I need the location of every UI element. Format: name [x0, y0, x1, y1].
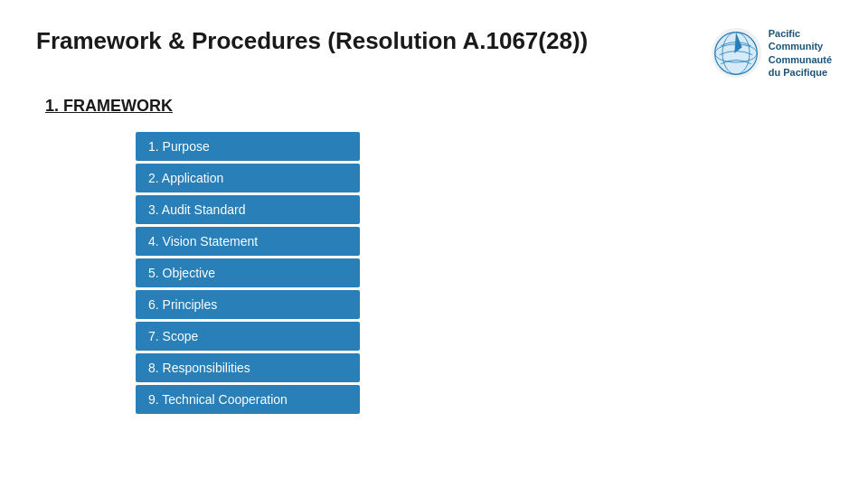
- page-title: Framework & Procedures (Resolution A.106…: [36, 27, 588, 55]
- menu-item[interactable]: 2. Application: [136, 164, 360, 192]
- menu-item[interactable]: 4. Vision Statement: [136, 227, 360, 256]
- menu-item[interactable]: 5. Objective: [136, 258, 360, 287]
- menu-item[interactable]: 7. Scope: [136, 322, 360, 351]
- menu-list: 1. Purpose2. Application3. Audit Standar…: [136, 132, 832, 414]
- header: Framework & Procedures (Resolution A.106…: [36, 27, 832, 79]
- menu-item[interactable]: 6. Principles: [136, 290, 360, 319]
- org-logo-icon: [713, 31, 759, 76]
- menu-item[interactable]: 3. Audit Standard: [136, 195, 360, 224]
- menu-item[interactable]: 9. Technical Cooperation: [136, 385, 360, 414]
- menu-item[interactable]: 1. Purpose: [136, 132, 360, 161]
- section-heading: 1. FRAMEWORK: [45, 97, 832, 116]
- menu-item[interactable]: 8. Responsibilities: [136, 353, 360, 382]
- logo-circle: [712, 28, 761, 78]
- logo-area: Pacific Community Communauté du Pacifiqu…: [712, 27, 832, 79]
- page-container: Framework & Procedures (Resolution A.106…: [0, 0, 868, 488]
- org-name: Pacific Community Communauté du Pacifiqu…: [769, 27, 832, 79]
